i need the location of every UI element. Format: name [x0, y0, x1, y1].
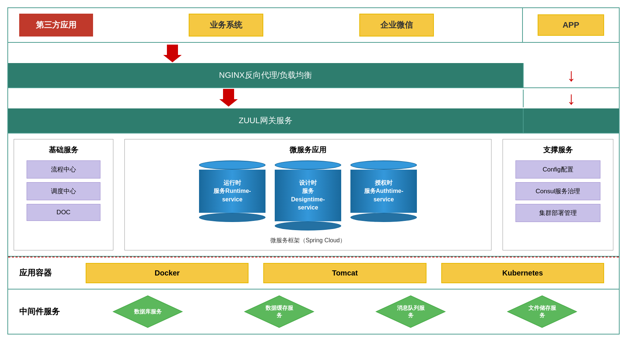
- micro-title: 微服务应用: [289, 145, 326, 155]
- nginx-right-space: ↓: [523, 63, 619, 87]
- tall-arrow-segment: ↓: [567, 66, 576, 84]
- diamond-label-3: 消息队列服务: [397, 304, 425, 319]
- diamond-label-1: 数据库服务: [134, 308, 162, 315]
- support-item-2: 集群部署管理: [515, 204, 600, 222]
- app-container-section: 应用容器 Docker Tomcat Kubernetes: [8, 257, 619, 290]
- cylinder-bottom-2: [275, 221, 341, 230]
- docker-box: Docker: [86, 263, 249, 283]
- cylinder-top-3: [350, 160, 417, 170]
- left-clients: 第三方应用 业务系统 企业微信: [8, 8, 523, 42]
- basic-title: 基础服务: [49, 145, 78, 155]
- cylinder-body-3: 授权时服务Authtime-service: [350, 170, 417, 213]
- app-container-top: APP: [523, 8, 619, 42]
- middleware-label: 中间件服务: [19, 306, 75, 317]
- basic-panel-inner: 基础服务 流程中心 调度中心 DOC: [14, 139, 113, 250]
- svg-marker-1: [219, 89, 238, 107]
- diamond-wrap-3: 消息队列服务: [376, 295, 446, 328]
- nginx-row: NGINX反向代理/负载均衡 ↓: [8, 63, 619, 88]
- cylinders-group: 运行时服务Runtime-service 设计时服务Designtime-ser…: [199, 160, 417, 230]
- diamond-wrap-2: 数据缓存服务: [244, 295, 314, 328]
- cylinder-bottom-1: [199, 213, 265, 222]
- cylinder-runtime: 运行时服务Runtime-service: [199, 160, 265, 230]
- basic-services-panel: 基础服务 流程中心 调度中心 DOC: [8, 134, 119, 256]
- nginx-bar: NGINX反向代理/负载均衡: [8, 63, 523, 87]
- kubernetes-box: Kubernetes: [441, 263, 604, 283]
- svg-marker-0: [163, 45, 182, 62]
- cylinder-authtime: 授权时服务Authtime-service: [350, 160, 417, 230]
- cylinder-body-1: 运行时服务Runtime-service: [199, 170, 265, 213]
- services-panels-row: 基础服务 流程中心 调度中心 DOC 微服务应用 运行时服务Runtim: [8, 134, 619, 257]
- diamond-wrap-4: 文件储存服务: [507, 295, 577, 328]
- arrow-section-left: [8, 89, 523, 108]
- cylinder-body-2: 设计时服务Designtime-service: [275, 170, 341, 221]
- zuul-right: [523, 108, 619, 133]
- arrow-row-1: [8, 43, 619, 63]
- arrow-row-2: ↓: [8, 88, 619, 108]
- basic-item-0: 流程中心: [27, 160, 100, 178]
- container-boxes: Docker Tomcat Kubernetes: [82, 263, 608, 283]
- basic-item-2: DOC: [27, 204, 100, 221]
- wechat-box: 企业微信: [359, 14, 434, 37]
- business-box: 业务系统: [189, 14, 263, 37]
- architecture-diagram: 第三方应用 业务系统 企业微信 APP NGINX反: [7, 7, 620, 334]
- arrow-down-1: [163, 45, 182, 64]
- diamond-wrap-1: 数据库服务: [113, 295, 183, 328]
- cylinder-bottom-3: [350, 213, 417, 222]
- app-container-label: 应用容器: [19, 267, 75, 278]
- third-party-box: 第三方应用: [19, 14, 93, 37]
- support-item-0: Config配置: [515, 160, 600, 178]
- top-clients-row: 第三方应用 业务系统 企业微信 APP: [8, 8, 619, 43]
- basic-item-1: 调度中心: [27, 182, 100, 200]
- micro-panel-inner: 微服务应用 运行时服务Runtime-service: [124, 139, 491, 250]
- support-item-1: Consul服务治理: [515, 182, 600, 200]
- arrow-right-space: ↓: [523, 90, 619, 107]
- zuul-row: ZUUL网关服务: [8, 108, 619, 134]
- support-panel-inner: 支撑服务 Config配置 Consul服务治理 集群部署管理: [503, 139, 613, 250]
- middleware-section: 中间件服务 数据库服务 数据缓存服务: [8, 290, 619, 334]
- arrow-down-2: [219, 89, 238, 108]
- support-services-panel: 支撑服务 Config配置 Consul服务治理 集群部署管理: [497, 134, 619, 256]
- diamond-row: 数据库服务 数据缓存服务 消息队列服务: [82, 295, 608, 328]
- diamond-label-4: 文件储存服务: [528, 304, 556, 319]
- support-title: 支撑服务: [543, 145, 573, 155]
- app-box: APP: [538, 14, 604, 36]
- micro-services-panel: 微服务应用 运行时服务Runtime-service: [119, 134, 497, 256]
- tomcat-box: Tomcat: [263, 263, 426, 283]
- cylinder-designtime: 设计时服务Designtime-service: [275, 160, 341, 230]
- zuul-bar: ZUUL网关服务: [8, 108, 523, 133]
- cylinder-top-1: [199, 160, 265, 170]
- framework-label: 微服务框架（Spring Cloud）: [270, 237, 346, 245]
- diamond-label-2: 数据缓存服务: [265, 304, 293, 319]
- tall-arrow-segment-2: ↓: [567, 90, 576, 107]
- cylinder-top-2: [275, 160, 341, 170]
